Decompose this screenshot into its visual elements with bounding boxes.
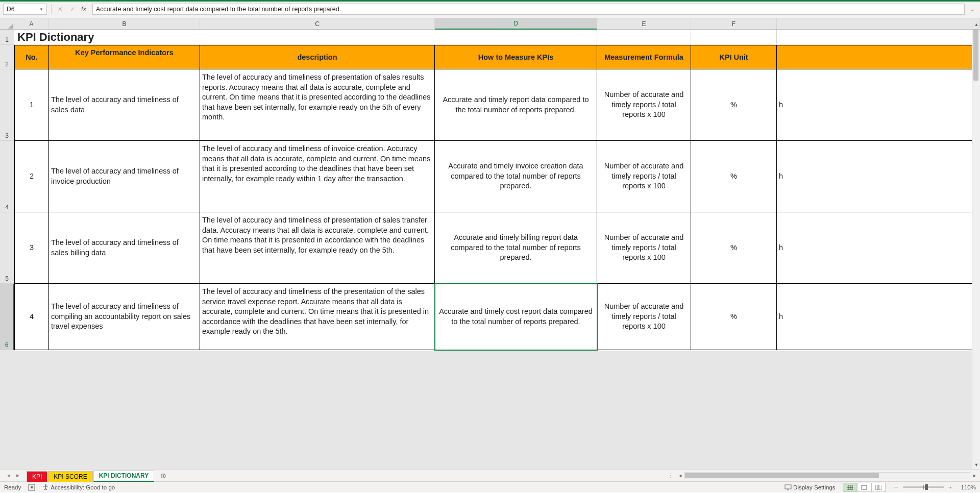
cell-a1[interactable]: KPI Dictionary [14,30,49,44]
cell-desc[interactable]: The level of accuracy and timeliness of … [200,284,435,350]
cell-no[interactable]: 1 [14,69,49,141]
cell-unit[interactable]: % [691,141,777,212]
tab-nav-prev-icon[interactable]: ◄ [5,472,12,479]
cell-kpi[interactable]: The level of accuracy and timeliness of … [49,69,200,141]
cell-kpi[interactable]: The level of accuracy and timeliness of … [49,212,200,284]
row-headers: 1 2 3 4 5 6 [0,18,14,469]
accessibility-status[interactable]: Accessibility: Good to go [42,484,115,490]
header-over[interactable] [777,45,980,69]
cell-unit[interactable]: % [691,69,777,141]
zoom-out-button[interactable]: − [893,483,900,491]
formula-input[interactable]: Accurate and timely cost report data com… [92,4,965,15]
col-header-d[interactable]: D [435,18,597,30]
cancel-button[interactable]: ✕ [56,4,65,14]
cell-desc[interactable]: The level of accuracy and timeliness of … [200,141,435,212]
sheet-tab-kpi[interactable]: KPI [27,471,47,482]
hscroll-thumb[interactable] [685,473,879,478]
cell-g[interactable]: h [777,69,980,141]
cell-e1[interactable] [597,30,691,44]
cell-measure[interactable]: Accurate and timely cost report data com… [435,284,597,350]
svg-rect-10 [875,485,878,490]
cell-desc[interactable]: The level of accuracy and timeliness of … [200,69,435,141]
row-header-2[interactable]: 2 [0,45,14,69]
status-ready: Ready [4,484,21,490]
cell-kpi[interactable]: The level of accuracy and timeliness of … [49,284,200,350]
enter-button[interactable]: ✓ [68,4,77,14]
cell-g1[interactable] [777,30,980,44]
cell-measure[interactable]: Accurate and timely billing report data … [435,212,597,284]
cell-f1[interactable] [691,30,777,44]
col-header-g[interactable] [777,18,980,29]
spreadsheet-grid: 1 2 3 4 5 6 A B C D E F KPI Dictionary [0,18,980,469]
view-page-layout-button[interactable] [857,483,871,492]
row-header-1[interactable]: 1 [0,30,14,45]
horizontal-scrollbar[interactable] [684,472,970,479]
cell-measure[interactable]: Accurate and timely report data compared… [435,69,597,141]
cell-d1[interactable] [435,30,597,44]
cell-g[interactable]: h [777,141,980,212]
cell-no[interactable]: 2 [14,141,49,212]
sheet-tabs: KPIKPI SCOREKPI DICTIONARY [27,470,155,481]
name-box[interactable]: D6 ▼ [3,4,47,15]
col-header-e[interactable]: E [597,18,691,29]
tab-split-handle[interactable]: ⋮ [668,473,673,478]
insert-function-button[interactable]: fx [80,4,89,14]
col-header-b[interactable]: B [49,18,200,29]
cell-g[interactable]: h [777,212,980,284]
zoom-level[interactable]: 110% [961,484,976,490]
add-sheet-button[interactable]: ⊕ [158,470,169,481]
cell-no[interactable]: 4 [14,284,49,350]
macro-record-icon[interactable] [28,484,35,491]
cell-measure[interactable]: Accurate and timely invoice creation dat… [435,141,597,212]
header-kpi[interactable]: Key Performance Indicators [49,45,200,69]
hscroll-left-icon[interactable]: ◄ [678,473,682,478]
svg-rect-1 [31,486,33,488]
row-header-5[interactable]: 5 [0,212,14,284]
cell-kpi[interactable]: The level of accuracy and timeliness of … [49,141,200,212]
zoom-in-button[interactable]: + [947,483,954,491]
header-desc[interactable]: description [200,45,435,69]
row-header-4[interactable]: 4 [0,141,14,212]
view-normal-button[interactable] [843,483,857,492]
col-header-f[interactable]: F [691,18,777,29]
cell-formula[interactable]: Number of accurate and timely reports / … [597,284,691,350]
cell-formula[interactable]: Number of accurate and timely reports / … [597,69,691,141]
header-measure[interactable]: How to Measure KPIs [435,45,597,69]
view-page-break-button[interactable] [871,483,886,492]
header-formula[interactable]: Measurement Formula [597,45,691,69]
name-box-dropdown-icon[interactable]: ▼ [39,7,43,12]
cell-unit[interactable]: % [691,212,777,284]
header-unit[interactable]: KPI Unit [691,45,777,69]
cell-no[interactable]: 3 [14,212,49,284]
header-no[interactable]: No. [14,45,49,69]
sheet-tab-kpi-dictionary[interactable]: KPI DICTIONARY [93,470,155,482]
select-all-corner[interactable] [0,18,14,30]
scroll-up-icon[interactable]: ▲ [972,20,980,29]
cell-b1[interactable] [49,30,200,44]
column-headers: A B C D E F [14,18,980,30]
hscroll-right-icon[interactable]: ► [972,473,977,478]
status-bar: Ready Accessibility: Good to go Display … [0,481,980,492]
row-header-6[interactable]: 6 [0,284,14,350]
tab-nav-next-icon[interactable]: ► [14,472,21,479]
vertical-scrollbar[interactable]: ▲ ▼ [972,30,980,469]
cell-formula[interactable]: Number of accurate and timely reports / … [597,141,691,212]
cell-formula[interactable]: Number of accurate and timely reports / … [597,212,691,284]
vscroll-thumb[interactable] [973,30,978,81]
zoom-track[interactable] [903,486,944,488]
name-box-value: D6 [7,6,14,13]
cell-c1[interactable] [200,30,435,44]
zoom-slider[interactable]: − + [893,483,954,491]
row-header-3[interactable]: 3 [0,69,14,141]
col-header-c[interactable]: C [200,18,435,29]
zoom-knob[interactable] [925,484,928,490]
cells-area[interactable]: KPI Dictionary No. Key Performance Indic… [14,30,980,350]
col-header-a[interactable]: A [14,18,49,29]
expand-formula-bar-icon[interactable]: ⌄ [968,7,977,12]
cell-unit[interactable]: % [691,284,777,350]
sheet-tab-kpi-score[interactable]: KPI SCORE [48,471,92,482]
display-settings-button[interactable]: Display Settings [785,484,835,490]
scroll-down-icon[interactable]: ▼ [972,461,980,469]
cell-g[interactable]: h [777,284,980,350]
cell-desc[interactable]: The level of accuracy and timeliness of … [200,212,435,284]
